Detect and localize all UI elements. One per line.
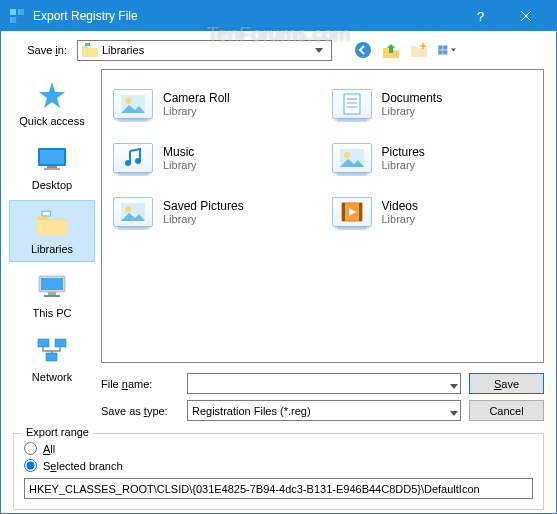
desktop-icon [36, 143, 68, 175]
svg-rect-30 [344, 94, 360, 114]
place-label: Libraries [31, 243, 73, 255]
window-title: Export Registry File [33, 9, 458, 23]
list-item[interactable]: VideosLibrary [329, 188, 536, 236]
file-list[interactable]: Camera RollLibrary DocumentsLibrary Musi… [101, 69, 544, 363]
svg-rect-0 [10, 9, 16, 15]
chevron-down-icon [450, 402, 458, 420]
quick-access-icon [36, 79, 68, 111]
item-name: Documents [382, 91, 443, 105]
svg-rect-1 [18, 9, 24, 15]
close-button[interactable] [503, 1, 548, 31]
cancel-button[interactable]: Cancel [469, 400, 544, 421]
svg-rect-22 [41, 278, 63, 290]
places-bar: Quick access Desktop Libraries This PC N… [7, 69, 97, 369]
item-type: Library [382, 105, 443, 117]
place-this-pc[interactable]: This PC [9, 264, 95, 326]
toolbar: Save in: Libraries [1, 31, 556, 69]
svg-rect-12 [439, 51, 442, 54]
save-as-type-value: Registration Files (*.reg) [192, 405, 456, 417]
music-icon [113, 139, 153, 177]
file-name-combo[interactable] [187, 373, 461, 394]
item-type: Library [163, 213, 244, 225]
new-folder-button[interactable] [408, 39, 430, 61]
item-type: Library [163, 105, 230, 117]
list-item[interactable]: MusicLibrary [110, 134, 317, 182]
item-name: Pictures [382, 145, 425, 159]
network-icon [36, 335, 68, 367]
save-as-type-combo[interactable]: Registration Files (*.reg) [187, 400, 461, 421]
back-button[interactable] [352, 39, 374, 61]
item-name: Saved Pictures [163, 199, 244, 213]
up-one-level-button[interactable] [380, 39, 402, 61]
place-label: This PC [32, 307, 71, 319]
body-area: Quick access Desktop Libraries This PC N… [1, 69, 556, 369]
svg-rect-11 [444, 46, 447, 49]
titlebar: Export Registry File ? [1, 1, 556, 31]
place-libraries[interactable]: Libraries [9, 200, 95, 262]
svg-point-37 [344, 152, 350, 158]
export-selected-label: Selected branch [43, 460, 123, 472]
export-selected-radio[interactable]: Selected branch [24, 459, 533, 472]
place-desktop[interactable]: Desktop [9, 136, 95, 198]
item-name: Music [163, 145, 197, 159]
place-label: Network [32, 371, 72, 383]
save-button[interactable]: Save [469, 373, 544, 394]
export-all-radio-input[interactable] [24, 442, 37, 455]
svg-rect-16 [47, 166, 57, 168]
svg-text:?: ? [477, 9, 484, 23]
help-button[interactable]: ? [458, 1, 503, 31]
list-item[interactable]: Camera RollLibrary [110, 80, 317, 128]
save-in-combo[interactable]: Libraries [77, 40, 332, 61]
svg-rect-10 [439, 46, 442, 49]
selected-branch-input[interactable] [24, 478, 533, 499]
saved-pictures-icon [113, 193, 153, 231]
save-as-type-label: Save as type: [101, 405, 179, 417]
chevron-down-icon [450, 375, 458, 393]
list-item[interactable]: Saved PicturesLibrary [110, 188, 317, 236]
svg-rect-41 [342, 203, 345, 221]
svg-point-34 [125, 160, 131, 166]
svg-point-9 [355, 42, 371, 58]
svg-point-29 [125, 98, 131, 104]
item-type: Library [163, 159, 197, 171]
item-type: Library [382, 213, 418, 225]
export-selected-radio-input[interactable] [24, 459, 37, 472]
svg-rect-23 [48, 292, 56, 295]
svg-rect-26 [55, 339, 66, 347]
svg-rect-8 [85, 43, 90, 46]
file-name-input[interactable] [192, 378, 456, 390]
item-name: Camera Roll [163, 91, 230, 105]
svg-point-39 [125, 206, 131, 212]
libraries-folder-icon [36, 207, 68, 239]
svg-rect-3 [18, 17, 24, 23]
svg-rect-27 [46, 353, 57, 361]
svg-rect-7 [82, 48, 98, 57]
this-pc-icon [36, 271, 68, 303]
svg-rect-15 [40, 150, 64, 164]
place-label: Quick access [19, 115, 84, 127]
save-in-label: Save in: [11, 44, 71, 56]
svg-point-35 [135, 158, 141, 164]
view-menu-button[interactable] [436, 39, 458, 61]
svg-rect-18 [37, 220, 67, 235]
chevron-down-icon [311, 48, 327, 53]
item-type: Library [382, 159, 425, 171]
svg-rect-2 [10, 17, 16, 23]
svg-rect-24 [44, 295, 60, 297]
export-range-legend: Export range [22, 426, 93, 438]
list-item[interactable]: PicturesLibrary [329, 134, 536, 182]
save-in-value: Libraries [102, 44, 307, 56]
place-label: Desktop [32, 179, 72, 191]
place-network[interactable]: Network [9, 328, 95, 390]
file-name-label: File name: [101, 378, 179, 390]
place-quick-access[interactable]: Quick access [9, 72, 95, 134]
list-item[interactable]: DocumentsLibrary [329, 80, 536, 128]
regedit-icon [9, 8, 25, 24]
pictures-icon [332, 139, 372, 177]
export-range-group: Export range All Selected branch [13, 433, 544, 510]
camera-roll-icon [113, 85, 153, 123]
export-all-radio[interactable]: All [24, 442, 533, 455]
item-name: Videos [382, 199, 418, 213]
svg-rect-17 [44, 168, 60, 170]
svg-rect-20 [43, 212, 51, 216]
